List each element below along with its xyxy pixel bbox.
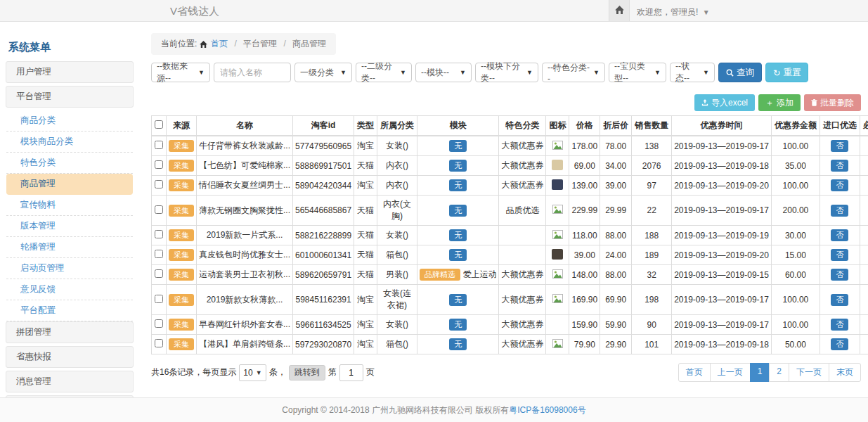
module-badge[interactable]: 无: [449, 205, 467, 217]
select-all-checkbox[interactable]: [155, 120, 163, 129]
sidebar-item[interactable]: 省惠快报: [6, 346, 134, 368]
module-badge[interactable]: 无: [449, 229, 467, 241]
row-checkbox[interactable]: [155, 250, 163, 258]
import-excel-label: 导入excel: [711, 97, 748, 109]
category: 箱包(): [377, 335, 417, 354]
sidebar-item[interactable]: 宣传物料: [6, 195, 133, 216]
page-button[interactable]: 上一页: [710, 363, 751, 382]
row-checkbox[interactable]: [155, 269, 163, 278]
jump-page-input[interactable]: [339, 364, 363, 381]
home-button[interactable]: [609, 0, 630, 21]
filter-select-status[interactable]: --状态-- ▼: [670, 63, 715, 82]
module-badge[interactable]: 无: [449, 338, 467, 350]
sidebar-item-label: 特色分类: [20, 158, 56, 167]
price: 69.00: [569, 156, 600, 176]
row-checkbox[interactable]: [155, 180, 163, 188]
icp-link[interactable]: 粤ICP备16098006号: [509, 404, 585, 416]
import-pick-toggle[interactable]: 否: [831, 294, 848, 306]
sidebar-item[interactable]: 版本管理: [6, 216, 133, 237]
source-badge: 采集: [169, 269, 194, 281]
sidebar-item[interactable]: 轮播管理: [6, 237, 133, 258]
filter-select-data-source[interactable]: --数据来源-- ▼: [151, 63, 210, 82]
jump-button[interactable]: 跳转到: [289, 365, 325, 381]
sidebar-item[interactable]: 用户管理: [6, 61, 134, 83]
sidebar-item[interactable]: 拼团管理: [6, 321, 134, 343]
import-pick-toggle[interactable]: 否: [831, 205, 848, 217]
sidebar-item[interactable]: 模块商品分类: [6, 132, 133, 153]
sidebar-item-label: 宣传物料: [20, 200, 56, 210]
import-pick-toggle[interactable]: 否: [831, 319, 848, 331]
import-pick-toggle[interactable]: 否: [831, 338, 848, 350]
page-button[interactable]: 2: [769, 363, 789, 382]
page-button[interactable]: 首页: [678, 363, 711, 382]
row-checkbox[interactable]: [155, 319, 163, 328]
filter-select-category-2[interactable]: --二级分类-- ▼: [356, 63, 412, 82]
module-badge[interactable]: 无: [449, 319, 467, 331]
module-badge[interactable]: 品牌精选: [420, 269, 460, 281]
import-pick-toggle[interactable]: 否: [831, 269, 848, 281]
table-row: 采集 牛仔背带裤女秋装减龄... 577479560965 淘宝 女装() 无 …: [152, 136, 868, 156]
discount-price: 88.00: [600, 226, 632, 245]
must-buy-cell: 否: [860, 315, 868, 335]
import-excel-button[interactable]: 导入excel: [694, 94, 755, 111]
product-thumbnail: [552, 249, 563, 260]
category: 箱包(): [377, 245, 417, 265]
discount-price: 39.00: [600, 176, 632, 196]
batch-delete-button[interactable]: 批量删除: [804, 94, 861, 111]
search-button[interactable]: 查询: [718, 63, 762, 82]
page-button[interactable]: 1: [750, 363, 770, 382]
sidebar-item[interactable]: 启动页管理: [6, 258, 133, 279]
row-checkbox[interactable]: [155, 295, 163, 303]
page-button[interactable]: 末页: [829, 363, 861, 382]
breadcrumb-item: 平台管理: [243, 39, 277, 49]
filter-select-item-type[interactable]: --宝贝类型-- ▼: [609, 63, 666, 82]
reset-button[interactable]: ↻ 重置: [765, 63, 808, 82]
filter-select-category-1[interactable]: 一级分类 ▼: [294, 63, 352, 82]
taoke-id: 589620659791: [293, 265, 354, 285]
import-pick-toggle[interactable]: 否: [831, 160, 848, 172]
home-icon: [615, 6, 624, 16]
sidebar-item[interactable]: 特色分类: [6, 153, 133, 174]
must-buy-cell: 否: [860, 335, 868, 354]
module-badge[interactable]: 无: [449, 179, 467, 191]
main-content: 当前位置: 首页 / 平台管理 / 商品管理 --数据来源-- ▼ 一级分类 ▼…: [151, 33, 861, 382]
user-menu[interactable]: 欢迎您，管理员! ▼: [637, 6, 710, 18]
module-badge[interactable]: 无: [449, 140, 467, 152]
category: 内衣(文胸): [377, 196, 417, 226]
source-badge: 采集: [169, 140, 194, 152]
row-checkbox[interactable]: [155, 230, 163, 238]
filter-select-module-sub[interactable]: --模块下分类-- ▼: [475, 63, 538, 82]
products-table: 来源 名称 淘客id 类型 所属分类 模块 特色分类 图标 价格: [151, 115, 868, 354]
row-checkbox[interactable]: [155, 339, 163, 347]
filter-select-feature[interactable]: --特色分类-- ▼: [542, 63, 605, 82]
sidebar-item[interactable]: 平台配置: [6, 300, 133, 321]
sidebar-item[interactable]: 意见反馈: [6, 279, 133, 300]
import-pick-toggle[interactable]: 否: [831, 179, 848, 191]
broken-image-icon: [552, 230, 563, 239]
sidebar-item[interactable]: 商品管理: [6, 174, 133, 195]
filter-bar: --数据来源-- ▼ 一级分类 ▼ --二级分类-- ▼ --模块-- ▼ --…: [151, 63, 861, 82]
module-badge[interactable]: 无: [449, 249, 467, 261]
price: 118.00: [569, 226, 600, 245]
filter-select-module[interactable]: --模块-- ▼: [415, 63, 472, 82]
import-pick-toggle[interactable]: 否: [831, 229, 848, 241]
coupon-time: 2019-09-13—2019-09-15: [672, 265, 772, 285]
row-checkbox[interactable]: [155, 205, 163, 214]
import-pick-toggle[interactable]: 否: [831, 140, 848, 152]
sidebar-item[interactable]: 消息管理: [6, 371, 134, 392]
coupon-amount: 50.00: [771, 335, 820, 354]
module-badge[interactable]: 无: [449, 160, 467, 172]
module-text: 爱上运动: [462, 269, 496, 279]
row-checkbox[interactable]: [155, 141, 163, 149]
row-checkbox[interactable]: [155, 160, 163, 169]
module-badge[interactable]: 无: [449, 294, 467, 306]
name-search-input[interactable]: [214, 63, 291, 82]
product-name: 情侣睡衣女夏丝绸男士...: [197, 176, 293, 196]
import-pick-toggle[interactable]: 否: [831, 249, 848, 261]
per-page-select[interactable]: 10 ▼: [239, 364, 266, 381]
sidebar-item[interactable]: 商品分类: [6, 110, 133, 132]
page-button[interactable]: 下一页: [789, 363, 829, 382]
add-button[interactable]: ＋ 添加: [758, 94, 801, 111]
breadcrumb-home-link[interactable]: 首页: [211, 39, 228, 49]
sidebar-item[interactable]: 平台管理: [6, 86, 134, 108]
